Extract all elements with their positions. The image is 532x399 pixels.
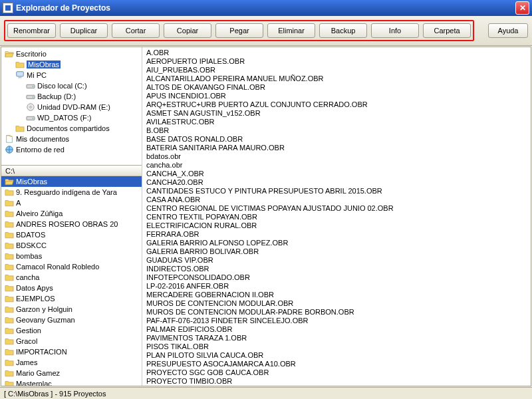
folder-item[interactable]: Geovany Guzman — [1, 315, 142, 325]
folder-item[interactable]: Mario Gamez — [1, 368, 142, 378]
tree-item-label: Entorno de red — [16, 146, 65, 154]
file-item[interactable]: CENTRO TEXTIL POPAYAN.OBR — [146, 213, 527, 221]
carpeta-button[interactable]: Carpeta — [423, 23, 471, 38]
folder-item[interactable]: EJEMPLOS — [1, 293, 142, 304]
svg-rect-1 — [18, 77, 21, 78]
file-item[interactable]: CASA ANA.OBR — [146, 196, 527, 204]
tree-item-label: MisObras — [27, 61, 61, 68]
folder-item[interactable]: Camacol Ronald Robledo — [1, 261, 142, 272]
file-item[interactable]: CANTIDADES ESTUCO Y PINTURA PRESUPUESTO … — [146, 187, 527, 196]
eliminar-button[interactable]: Eliminar — [267, 23, 315, 38]
tree-item[interactable]: Escritorio — [4, 49, 142, 59]
file-item[interactable]: MUROS DE CONTENCION MODULAR-PADRE BORBON… — [146, 308, 527, 317]
folder-item[interactable]: cancha — [1, 272, 142, 283]
file-item[interactable]: ALTOS DE OKAVANGO FINAL.OBR — [146, 83, 527, 92]
folder-icon — [4, 272, 15, 283]
file-item[interactable]: A.OBR — [146, 49, 527, 57]
file-item[interactable]: INDIRECTOS.OBR — [146, 265, 527, 273]
file-item[interactable]: INFOTEPCONSOLIDADO.OBR — [146, 273, 527, 282]
folder-item[interactable]: BDATOS — [1, 229, 142, 240]
folder-item[interactable]: ANDRES ROSERO OBRAS 20 — [1, 219, 142, 229]
tree-item[interactable]: Documentos compartidos — [4, 123, 142, 134]
file-item[interactable]: LP-02-2016 ANFER.OBR — [146, 282, 527, 291]
folder-item-label: Alveiro Zúñiga — [16, 209, 63, 217]
file-item[interactable]: APUS INCENDIO1.OBR — [146, 92, 527, 100]
tree-item[interactable]: Mis documentos — [4, 134, 142, 144]
file-list[interactable]: A.OBRAEROPUERTO IPIALES.OBRAIU_PRUEBAS.O… — [142, 47, 531, 386]
tree-item[interactable]: Mi PC — [4, 70, 142, 80]
folder-item[interactable]: Garzon y Holguin — [1, 304, 142, 315]
folder-icon — [4, 240, 15, 251]
folder-item[interactable]: bombas — [1, 251, 142, 261]
tree-item[interactable]: MisObras — [4, 59, 142, 70]
file-item[interactable]: PISOS TIKAL.OBR — [146, 342, 527, 351]
folder-icon — [4, 219, 15, 229]
file-item[interactable]: PROYECTO SGC GOB CAUCA.OBR — [146, 368, 527, 377]
folder-item[interactable]: Alveiro Zúñiga — [1, 208, 142, 219]
file-item[interactable]: CENTRO REGIONAL DE VICTIMAS POPAYAN AJUS… — [146, 204, 527, 213]
file-item[interactable]: BASE DATOS RONALD.OBR — [146, 135, 527, 144]
copiar-button[interactable]: Copiar — [164, 23, 211, 38]
file-item[interactable]: bdatos.obr — [146, 152, 527, 161]
drive-icon — [25, 80, 36, 91]
folder-list[interactable]: C:\ MisObras9. Resguardo indígena de Yar… — [1, 166, 142, 386]
folder-item[interactable]: A — [1, 198, 142, 208]
folder-item[interactable]: IMPORTACION — [1, 346, 142, 357]
info-button[interactable]: Info — [371, 23, 419, 38]
file-item[interactable]: PALMAR EDIFICIOS.OBR — [146, 325, 527, 334]
close-button[interactable]: ✕ — [515, 1, 529, 15]
folder-list-header[interactable]: C:\ — [1, 166, 142, 176]
file-item[interactable]: CANCHA_X.OBR — [146, 170, 527, 178]
file-item[interactable]: ALCANTARILLADO PEREIRA MANUEL MUÑOZ.OBR — [146, 74, 527, 83]
folder-icon — [4, 198, 15, 208]
file-item[interactable]: GALERIA BARRIO ALFONSO LOPEZ.OBR — [146, 239, 527, 247]
file-item[interactable]: BATERIA SANITARIA PARA MAURO.OBR — [146, 144, 527, 152]
file-item[interactable]: PAF-ATF-076-2013 FINDETER SINCELEJO.OBR — [146, 317, 527, 325]
backup-button[interactable]: Backup — [319, 23, 367, 38]
folder-item[interactable]: James — [1, 357, 142, 368]
ayuda-button[interactable]: Ayuda — [488, 23, 528, 38]
cortar-button[interactable]: Cortar — [112, 23, 160, 38]
toolbar: Renombrar Duplicar Cortar Copiar Pegar E… — [0, 16, 532, 46]
file-item[interactable]: PRESUPUESTO ASOCAJAMARCA A10.OBR — [146, 360, 527, 368]
tree-item[interactable]: WD_DATOS (F:) — [4, 112, 142, 123]
tree-item[interactable]: Disco local (C:) — [4, 80, 142, 91]
tree-item[interactable]: Backup (D:) — [4, 91, 142, 102]
file-item[interactable]: B.OBR — [146, 126, 527, 135]
folder-item-label: Masterplac — [16, 380, 52, 386]
file-item[interactable]: AVILAESTRUC.OBR — [146, 118, 527, 126]
file-item[interactable]: ELECTRIFICACION RURAL.OBR — [146, 221, 527, 230]
file-item[interactable]: MERCADERE GOBERNACION II.OBR — [146, 291, 527, 299]
file-item[interactable]: AEROPUERTO IPIALES.OBR — [146, 57, 527, 66]
file-item[interactable]: MUROS DE CONTENCION MODULAR.OBR — [146, 299, 527, 308]
folder-item-label: Datos Apys — [16, 284, 53, 292]
file-item[interactable]: PAVIMENTOS TARAZA 1.OBR — [146, 334, 527, 342]
folder-icon — [15, 59, 25, 70]
duplicar-button[interactable]: Duplicar — [60, 23, 108, 38]
file-item[interactable]: ASMET SAN AGUSTIN_v152.OBR — [146, 109, 527, 118]
window-title: Explorador de Proyectos — [16, 3, 515, 13]
file-item[interactable]: PROYECTO TIMBIO.OBR — [146, 377, 527, 386]
file-item[interactable]: CANCHA20.OBR — [146, 178, 527, 187]
file-item[interactable]: ARQ+ESTRUC+URB PUERTO AZUL CONJUNTO CERR… — [146, 100, 527, 109]
tree-item[interactable]: Unidad DVD-RAM (E:) — [4, 102, 142, 112]
computer-icon — [15, 70, 25, 80]
file-item[interactable]: PLAN PILOTO SILVIA CAUCA.OBR — [146, 351, 527, 360]
folder-item[interactable]: BDSKCC — [1, 240, 142, 251]
folder-item[interactable]: Gestion — [1, 325, 142, 336]
file-item[interactable]: cancha.obr — [146, 161, 527, 170]
file-item[interactable]: AIU_PRUEBAS.OBR — [146, 66, 527, 74]
folder-item[interactable]: Datos Apys — [1, 283, 142, 293]
tree-item[interactable]: Entorno de red — [4, 144, 142, 155]
folder-item[interactable]: Gracol — [1, 336, 142, 346]
file-item[interactable]: FERRARA.OBR — [146, 230, 527, 239]
folder-item[interactable]: Masterplac — [1, 378, 142, 386]
renombrar-button[interactable]: Renombrar — [7, 23, 56, 38]
folder-item[interactable]: 9. Resguardo indígena de Yara — [1, 187, 142, 198]
file-item[interactable]: GALERIA BARRIO BOLIVAR.OBR — [146, 247, 527, 256]
pegar-button[interactable]: Pegar — [215, 23, 263, 38]
folder-item[interactable]: MisObras — [1, 176, 142, 187]
network-icon — [4, 144, 15, 155]
file-item[interactable]: GUADUAS VIP.OBR — [146, 256, 527, 265]
folder-tree[interactable]: EscritorioMisObrasMi PCDisco local (C:)B… — [1, 47, 142, 166]
